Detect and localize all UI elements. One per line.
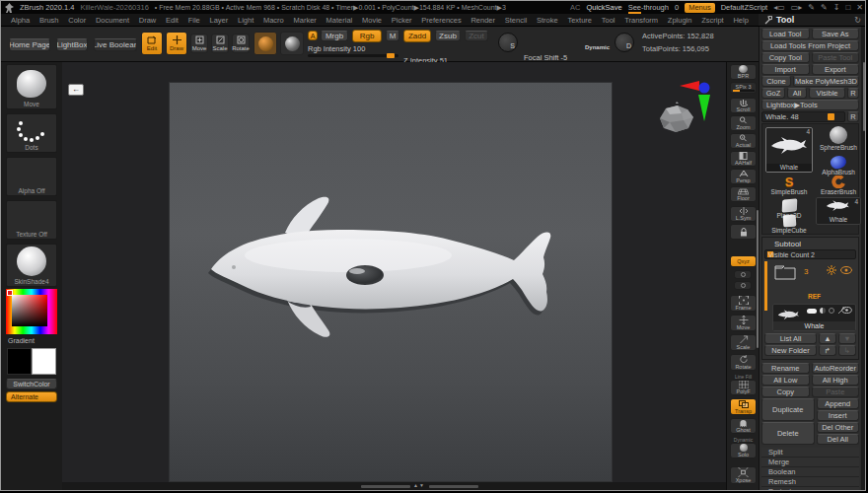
main-color-swatch[interactable] — [7, 348, 32, 375]
hscroll-right-track[interactable] — [429, 485, 478, 488]
back-arrow-button[interactable]: ← — [68, 84, 84, 96]
current-material-button[interactable]: SkinShade4 — [6, 244, 57, 287]
scale-canvas-button[interactable]: Scale — [730, 334, 757, 351]
prev-doc-icon[interactable]: ◂▭ — [773, 3, 785, 12]
split-section[interactable]: Split — [761, 448, 859, 458]
depth-dial[interactable]: D — [615, 33, 634, 52]
menu-color[interactable]: Color — [68, 16, 86, 25]
menu-alpha[interactable]: Alpha — [11, 16, 30, 25]
remesh-section[interactable]: Remesh — [761, 477, 859, 487]
menu-tool[interactable]: Tool — [602, 16, 615, 25]
ring-toggle-icon[interactable] — [829, 308, 834, 314]
goz-button[interactable]: GoZ — [761, 88, 785, 99]
goz-visible-button[interactable]: Visible — [809, 88, 845, 99]
paste-subtool-button[interactable]: Paste — [812, 387, 860, 397]
viewport-canvas[interactable]: ← — [62, 62, 726, 482]
menu-layer[interactable]: Layer — [209, 16, 228, 25]
live-boolean-button[interactable]: Live Boolean — [94, 38, 137, 51]
hscroll-arrows[interactable]: ▲▼ — [413, 482, 425, 488]
selected-tool-thumb[interactable]: 4 Whale — [765, 127, 813, 173]
ghost-button[interactable]: Ghost — [730, 418, 757, 434]
menu-brush[interactable]: Brush — [39, 16, 59, 25]
tablet-pen-alt-icon[interactable]: ✎ — [821, 3, 828, 12]
floor-button[interactable]: Floor — [730, 186, 757, 202]
stroke-dial[interactable]: S — [498, 33, 518, 52]
gradient-label[interactable]: Gradient — [8, 337, 35, 344]
copy-tool-button[interactable]: Copy Tool — [761, 52, 810, 63]
tablet-pen-icon[interactable]: ✎ — [808, 3, 815, 12]
menu-macro[interactable]: Macro — [263, 16, 284, 25]
lightbox-tools-button[interactable]: Lightbox▶Tools — [761, 100, 859, 110]
del-other-button[interactable]: Del Other — [817, 422, 860, 433]
current-texture-button[interactable]: Texture Off — [6, 200, 57, 240]
next-doc-icon[interactable]: ▭▸ — [791, 3, 803, 12]
panel-cycle-icon[interactable]: ↻ — [854, 16, 861, 25]
subtool-eye-icon[interactable] — [841, 307, 852, 314]
menu-material[interactable]: Material — [326, 16, 353, 25]
spix-slider[interactable]: SPix 3 — [730, 82, 757, 94]
menu-zplugin[interactable]: Zplugin — [668, 16, 692, 25]
boolean-section[interactable]: Boolean — [761, 467, 859, 477]
save-as-button[interactable]: Save As — [812, 29, 860, 39]
rgb-intensity-handle[interactable] — [387, 53, 395, 58]
menu-marker[interactable]: Marker — [294, 16, 317, 25]
simplecube-thumb[interactable]: SimpleCube — [765, 215, 813, 235]
aahalf-button[interactable]: AAHalf — [730, 151, 757, 167]
menu-texture[interactable]: Texture — [567, 16, 592, 25]
close-window-icon[interactable]: ✕ — [856, 3, 863, 12]
local-symmetry-button[interactable]: L.Sym — [730, 206, 757, 222]
all-high-button[interactable]: All High — [812, 375, 860, 386]
m-button[interactable]: M — [386, 31, 399, 41]
import-button[interactable]: Import — [761, 64, 810, 75]
dynamic-draw-size-toggle[interactable]: Dynamic — [585, 44, 610, 50]
load-tool-button[interactable]: Load Tool — [761, 29, 810, 39]
visible-count-slider[interactable]: Visible Count 2 — [764, 249, 856, 259]
zcut-button[interactable]: Zcut — [465, 31, 488, 41]
tool-panel-scrollbar[interactable] — [861, 27, 866, 491]
autoreorder-button[interactable]: AutoReorder — [812, 363, 860, 374]
duplicate-button[interactable]: Duplicate — [761, 398, 815, 421]
merge-section[interactable]: Merge — [761, 458, 859, 467]
subtool-up-button[interactable]: ▲ — [819, 333, 836, 344]
secondary-color-swatch[interactable] — [32, 348, 56, 375]
menu-draw[interactable]: Draw — [139, 16, 157, 25]
move-gizmo-button[interactable]: Move — [190, 34, 208, 53]
bpr-button[interactable]: BPR — [730, 64, 757, 80]
tool-r-button[interactable]: R — [847, 111, 859, 122]
tool-item-slider[interactable]: Whale. 48 — [761, 111, 845, 122]
zsub-button[interactable]: Zsub — [435, 31, 461, 41]
draw-button[interactable]: Draw — [166, 32, 187, 55]
color-picker[interactable] — [6, 289, 57, 334]
current-alpha-button[interactable]: Alpha Off — [6, 157, 57, 196]
subtool-folder-row[interactable]: 3 — [764, 261, 856, 285]
quicksave-button[interactable]: QuickSave — [586, 3, 621, 12]
clone-button[interactable]: Clone — [761, 76, 791, 87]
move-to-folder-button[interactable]: ↱ — [819, 345, 836, 356]
switch-color-button[interactable]: SwitchColor — [6, 379, 57, 389]
whale-tool-thumb[interactable]: 4 Whale — [816, 197, 861, 225]
edit-button[interactable]: Edit — [141, 32, 163, 55]
all-low-button[interactable]: All Low — [761, 375, 810, 386]
paste-tool-button[interactable]: Paste Tool — [812, 52, 860, 63]
rotate-gizmo-button[interactable]: Rotate — [232, 34, 250, 53]
rotate-canvas-button[interactable]: Rotate — [730, 354, 757, 371]
persp-button[interactable]: Persp — [730, 169, 757, 184]
subtool-header[interactable]: Subtool — [764, 240, 856, 249]
actual-button[interactable]: Actual — [730, 133, 757, 149]
seethrough-slider[interactable]: See-through — [628, 3, 669, 13]
scroll-button[interactable]: Scroll — [730, 98, 757, 113]
transp-button[interactable]: Transp — [730, 398, 757, 415]
export-button[interactable]: Export — [812, 64, 860, 75]
rgb-button[interactable]: Rgb — [352, 30, 382, 42]
axis-gizmo[interactable] — [672, 78, 715, 125]
gear-icon[interactable] — [827, 265, 836, 275]
alternate-button[interactable]: Alternate — [6, 391, 57, 402]
menu-render[interactable]: Render — [470, 16, 495, 25]
menu-stencil[interactable]: Stencil — [505, 16, 528, 25]
make-polymesh3d-button[interactable]: Make PolyMesh3D — [793, 76, 859, 87]
hscroll-left-track[interactable] — [361, 485, 410, 488]
xpose-button[interactable]: Xpose — [730, 466, 757, 484]
move-canvas-button[interactable]: Move — [730, 315, 757, 331]
goz-r-button[interactable]: R — [847, 88, 859, 99]
insert-button[interactable]: Insert — [817, 410, 860, 421]
